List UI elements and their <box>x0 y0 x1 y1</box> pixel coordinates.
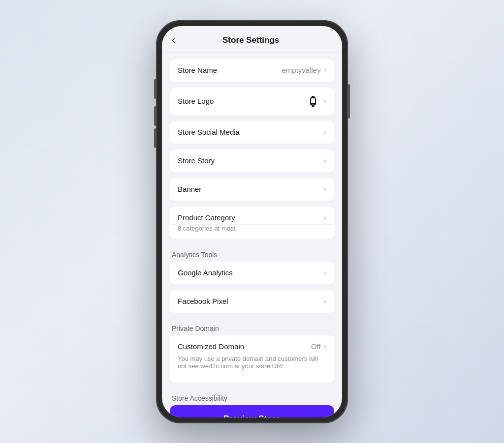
store-story-chevron: › <box>324 156 326 165</box>
product-category-row[interactable]: Product Category › <box>170 207 334 225</box>
banner-chevron: › <box>324 185 326 194</box>
store-social-label: Store Social Media <box>178 128 324 136</box>
store-name-row[interactable]: Store Name emptyvalley › <box>170 59 334 82</box>
google-analytics-row[interactable]: Google Analytics › <box>170 262 334 284</box>
svg-point-4 <box>313 104 314 105</box>
svg-rect-3 <box>312 105 315 107</box>
google-analytics-chevron: › <box>324 268 326 277</box>
header: ‹ Store Settings <box>162 26 342 53</box>
facebook-pixel-chevron: › <box>324 297 326 306</box>
screen-scroll[interactable]: ‹ Store Settings Store Name emptyvalley … <box>162 26 342 417</box>
analytics-section-label: Analytics Tools <box>170 245 334 262</box>
content-area: Store Name emptyvalley › Store Logo <box>162 59 342 417</box>
google-analytics-label: Google Analytics <box>178 268 324 277</box>
store-social-row[interactable]: Store Social Media › <box>170 121 334 144</box>
store-name-card: Store Name emptyvalley › <box>170 59 334 82</box>
customized-domain-value: Off <box>311 342 321 351</box>
product-category-chevron: › <box>324 213 326 222</box>
store-name-chevron: › <box>324 66 326 75</box>
store-logo-label: Store Logo <box>178 97 306 105</box>
customized-domain-card: Customized Domain Off › You may use a pr… <box>170 335 334 383</box>
store-logo-row[interactable]: Store Logo › <box>170 88 334 115</box>
product-category-subtext: 8 categories at most. <box>170 225 334 239</box>
facebook-pixel-label: Facebook Pixel <box>178 297 324 305</box>
customized-domain-label: Customized Domain <box>178 342 311 351</box>
store-name-value: emptyvalley <box>282 66 320 74</box>
back-button[interactable]: ‹ <box>172 34 175 47</box>
product-category-card: Product Category › 8 categories at most. <box>170 207 334 239</box>
store-story-card: Store Story › <box>170 149 334 172</box>
private-domain-section-label: Private Domain <box>170 319 334 335</box>
banner-card: Banner › <box>170 178 334 201</box>
store-social-card: Store Social Media › <box>170 121 334 144</box>
preview-store-button[interactable]: Preview Store <box>170 405 334 417</box>
svg-rect-1 <box>311 98 315 103</box>
product-category-label: Product Category <box>178 213 324 222</box>
page-title: Store Settings <box>180 35 321 45</box>
store-story-label: Store Story <box>178 156 324 165</box>
banner-label: Banner <box>178 185 324 193</box>
banner-row[interactable]: Banner › <box>170 178 334 201</box>
store-logo-chevron: › <box>324 97 326 106</box>
store-name-label: Store Name <box>178 66 282 74</box>
phone-frame: ‹ Store Settings Store Name emptyvalley … <box>156 20 348 423</box>
store-social-chevron: › <box>324 128 326 137</box>
store-accessibility-label: Store Accessibility <box>170 388 334 405</box>
customized-domain-row[interactable]: Customized Domain Off › <box>170 335 334 354</box>
facebook-pixel-row[interactable]: Facebook Pixel › <box>170 290 334 313</box>
facebook-pixel-card: Facebook Pixel › <box>170 290 334 313</box>
svg-rect-2 <box>312 96 315 97</box>
store-story-row[interactable]: Store Story › <box>170 149 334 172</box>
store-logo-icon <box>306 94 320 108</box>
store-logo-card: Store Logo › <box>170 88 334 115</box>
phone-screen: ‹ Store Settings Store Name emptyvalley … <box>162 26 342 417</box>
google-analytics-card: Google Analytics › <box>170 262 334 284</box>
customized-domain-desc: You may use a private domain and custome… <box>170 354 334 377</box>
customized-domain-chevron: › <box>324 342 326 351</box>
